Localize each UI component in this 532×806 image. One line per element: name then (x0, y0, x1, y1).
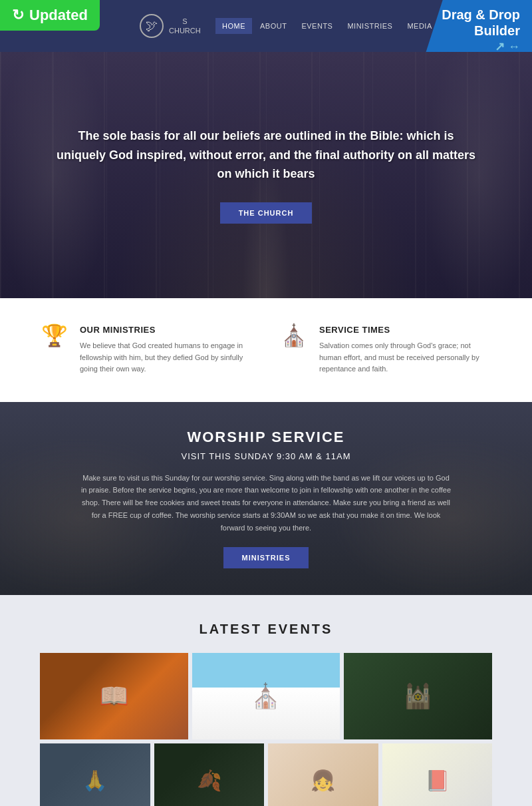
worship-section: WORSHIP SERVICE VISIT THIS SUNDAY 9:30 A… (0, 402, 532, 595)
church-logo-icon: 🕊 (140, 14, 164, 38)
event-image-pray[interactable] (40, 743, 150, 806)
events-top-grid (40, 653, 492, 739)
events-bottom-grid (40, 743, 492, 806)
worship-body: Make sure to visit us this Sunday for ou… (80, 472, 452, 534)
hero-content: The sole basis for all our beliefs are o… (0, 113, 532, 237)
event-image-holybible[interactable] (382, 743, 493, 806)
worship-button[interactable]: MINISTRIES (223, 547, 309, 568)
dnd-line1: Drag & Drop (442, 7, 520, 23)
feature-service-times: ⛪ SERVICE TIMES Salvation comes only thr… (279, 325, 492, 375)
logo-text: S CHURCH (169, 17, 201, 36)
hero-title: The sole basis for all our beliefs are o… (53, 126, 479, 184)
event-image-church[interactable] (192, 653, 340, 739)
feature-ministries: 🏆 OUR MINISTRIES We believe that God cre… (40, 325, 253, 375)
nav-about[interactable]: ABOUT (253, 18, 293, 34)
event-image-cathedral[interactable] (344, 653, 492, 739)
events-section: LATEST EVENTS VIEW ALL EVENTS (0, 595, 532, 806)
service-times-icon: ⛪ (279, 325, 309, 346)
logo-area: 🕊 S CHURCH (140, 14, 201, 38)
service-times-text: Salvation comes only through God's grace… (319, 340, 492, 375)
dnd-arrows-icon: ↗ ↔ (442, 40, 520, 52)
updated-label: Updated (29, 7, 88, 24)
ministries-icon: 🏆 (40, 325, 69, 346)
dnd-line2: Builder (442, 23, 520, 39)
event-image-child[interactable] (268, 743, 378, 806)
updated-badge: ↻ Updated (0, 0, 100, 31)
events-heading: LATEST EVENTS (40, 622, 492, 637)
dnd-badge: Drag & Drop Builder ↗ ↔ (423, 0, 532, 52)
service-times-heading: SERVICE TIMES (319, 325, 492, 335)
ministries-text: We believe that God created humans to en… (80, 340, 253, 375)
event-image-bible[interactable] (40, 653, 188, 739)
nav-ministries[interactable]: MINISTRIES (340, 18, 399, 34)
hero-section: The sole basis for all our beliefs are o… (0, 52, 532, 298)
worship-subheading: VISIT THIS SUNDAY 9:30 AM & 11AM (181, 451, 350, 461)
event-image-leaf[interactable] (154, 743, 265, 806)
nav-events[interactable]: EVENTS (295, 18, 339, 34)
features-section: 🏆 OUR MINISTRIES We believe that God cre… (0, 298, 532, 402)
worship-heading: WORSHIP SERVICE (187, 429, 344, 446)
hero-button[interactable]: THE CHURCH (220, 202, 313, 224)
refresh-icon: ↻ (12, 7, 24, 24)
ministries-heading: OUR MINISTRIES (80, 325, 253, 335)
nav-home[interactable]: HOME (215, 18, 252, 34)
